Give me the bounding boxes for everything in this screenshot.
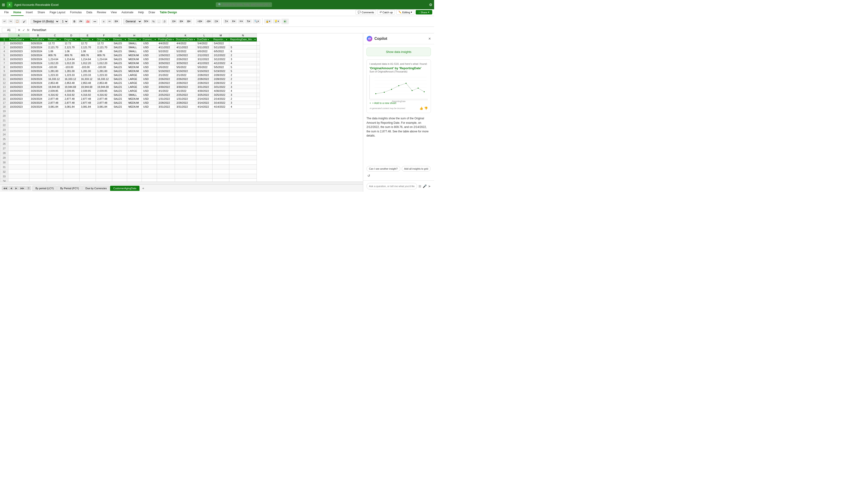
table-cell[interactable]: 2/28/2022 bbox=[196, 81, 212, 85]
table-cell[interactable] bbox=[257, 73, 260, 77]
table-cell[interactable]: 4/4/2022 bbox=[157, 41, 175, 45]
table-cell[interactable]: 3/20/2024 bbox=[29, 105, 47, 109]
table-row[interactable]: 24 bbox=[0, 132, 260, 137]
table-cell[interactable]: 3/31/2022 bbox=[196, 85, 212, 89]
header-cell-remain2[interactable]: Remain... ▾ bbox=[79, 38, 96, 41]
table-cell[interactable]: 2/28/2022 bbox=[196, 77, 212, 81]
table-cell[interactable]: SALES bbox=[112, 93, 127, 97]
table-cell[interactable]: USD bbox=[142, 85, 157, 89]
table-row[interactable]: 210/20/20233/20/202412.7212.7212.7212.72… bbox=[0, 41, 260, 45]
tab-view[interactable]: View bbox=[108, 9, 119, 16]
col-header-e[interactable]: E bbox=[79, 34, 96, 38]
table-cell[interactable] bbox=[257, 41, 260, 45]
table-cell[interactable]: 10/20/2023 bbox=[9, 101, 29, 105]
col-header-f[interactable]: F bbox=[96, 34, 112, 38]
table-cell[interactable] bbox=[257, 49, 260, 53]
header-cell-dimens2[interactable]: Dimens... ▾ bbox=[127, 38, 142, 41]
table-cell[interactable]: MEDIUM bbox=[127, 53, 142, 57]
table-cell[interactable]: 3 bbox=[229, 101, 257, 105]
sort-filter-button[interactable]: ⇅▾ bbox=[245, 19, 252, 24]
font-selector[interactable]: Segoe UI (Body) bbox=[30, 19, 59, 24]
header-cell-origina2[interactable]: Origina... ▾ bbox=[96, 38, 112, 41]
table-cell[interactable]: 12.72 bbox=[47, 41, 63, 45]
header-cell-periodstart[interactable]: PeriodStart ▾ bbox=[9, 38, 29, 41]
close-icon[interactable]: × bbox=[428, 36, 431, 41]
table-cell[interactable]: 2/14/2022 bbox=[196, 97, 212, 101]
table-cell[interactable]: 19,944.69 bbox=[79, 85, 96, 89]
table-cell[interactable]: 1,281.00 bbox=[96, 69, 112, 73]
table-cell[interactable]: 2/12/2022 bbox=[212, 53, 229, 57]
table-cell[interactable]: 10/20/2023 bbox=[9, 105, 29, 109]
header-cell-reporting[interactable]: Reportin... ▾ bbox=[212, 38, 229, 41]
table-cell[interactable]: 2,121.70 bbox=[79, 45, 96, 49]
copilot-input[interactable] bbox=[367, 183, 417, 189]
table-cell[interactable]: 2/1/2022 bbox=[157, 73, 175, 77]
table-cell[interactable]: 2,877.48 bbox=[63, 101, 79, 105]
table-cell[interactable]: 10/20/2023 bbox=[9, 93, 29, 97]
table-cell[interactable]: 10/20/2023 bbox=[9, 81, 29, 85]
table-cell[interactable]: 10/20/2023 bbox=[9, 89, 29, 93]
table-cell[interactable]: 2,877.48 bbox=[96, 101, 112, 105]
col-header-h[interactable]: H bbox=[127, 34, 142, 38]
table-row[interactable]: 1110/20/20233/20/202416,333.1216,333.121… bbox=[0, 77, 260, 81]
table-cell[interactable]: 10/20/2023 bbox=[9, 57, 29, 61]
table-cell[interactable]: 10/20/2023 bbox=[9, 73, 29, 77]
tab-review[interactable]: Review bbox=[95, 9, 108, 16]
table-cell[interactable]: 2/25/2022 bbox=[157, 93, 175, 97]
confirm-formula-icon[interactable]: ✓ bbox=[22, 28, 25, 32]
table-cell[interactable]: LARGE bbox=[127, 77, 142, 81]
table-cell[interactable]: 2,039.85 bbox=[47, 89, 63, 93]
table-cell[interactable]: 19,944.69 bbox=[63, 85, 79, 89]
col-header-n[interactable]: N bbox=[229, 34, 257, 38]
table-cell[interactable]: 809.76 bbox=[79, 53, 96, 57]
table-cell[interactable]: 3/29/2022 bbox=[175, 61, 196, 65]
table-cell[interactable] bbox=[257, 97, 260, 101]
table-cell[interactable]: 1,223.33 bbox=[47, 73, 63, 77]
table-cell[interactable]: 3/14/2022 bbox=[196, 101, 212, 105]
table-cell[interactable]: 4/30/2022 bbox=[196, 89, 212, 93]
table-cell[interactable] bbox=[257, 93, 260, 97]
format-cells-button[interactable]: ⊡▾ bbox=[213, 19, 220, 24]
table-cell[interactable]: USD bbox=[142, 93, 157, 97]
header-cell-currenc[interactable]: Currenc... ▾ bbox=[142, 38, 157, 41]
table-cell[interactable]: MEDIUM bbox=[127, 57, 142, 61]
table-cell[interactable]: USD bbox=[142, 61, 157, 65]
table-cell[interactable]: 1.06 bbox=[96, 49, 112, 53]
table-cell[interactable]: 12.72 bbox=[63, 41, 79, 45]
table-cell[interactable]: 19,944.69 bbox=[47, 85, 63, 89]
table-cell[interactable]: 10/20/2023 bbox=[9, 69, 29, 73]
table-cell[interactable]: 1,214.64 bbox=[96, 57, 112, 61]
table-cell[interactable]: 16,333.12 bbox=[96, 77, 112, 81]
table-cell[interactable]: 4 bbox=[229, 89, 257, 93]
table-cell[interactable]: USD bbox=[142, 65, 157, 69]
tab-home[interactable]: Home bbox=[11, 9, 23, 16]
table-cell[interactable]: LARGE bbox=[127, 85, 142, 89]
table-row[interactable]: 28 bbox=[0, 151, 260, 155]
table-cell[interactable]: 12.72 bbox=[79, 41, 96, 45]
table-cell[interactable]: SALES bbox=[112, 73, 127, 77]
format-painter-button[interactable]: 🖌 bbox=[21, 19, 27, 24]
sensitivity-button[interactable]: 🔒▾ bbox=[264, 19, 272, 24]
table-cell[interactable]: USD bbox=[142, 41, 157, 45]
table-cell[interactable]: 809.76 bbox=[96, 53, 112, 57]
formula-input[interactable] bbox=[31, 28, 432, 32]
table-cell[interactable]: SALES bbox=[112, 97, 127, 101]
table-cell[interactable]: 4/11/2022 bbox=[157, 45, 175, 49]
table-row[interactable]: 710/20/20233/20/20241,012.201,012.201,01… bbox=[0, 61, 260, 65]
table-icon[interactable]: ⊞ bbox=[419, 184, 421, 188]
mic-icon[interactable]: 🎤 bbox=[423, 184, 427, 188]
comments-button[interactable]: 💬 Comments bbox=[356, 10, 376, 15]
thumbs-down-icon[interactable]: 👎 bbox=[424, 106, 428, 110]
table-row[interactable]: 1210/20/20233/20/20242,853.482,853.482,8… bbox=[0, 81, 260, 85]
table-cell[interactable]: 2/25/2022 bbox=[175, 93, 196, 97]
settings-icon[interactable]: ⚙ bbox=[429, 2, 432, 7]
table-cell[interactable]: 1/29/2022 bbox=[175, 53, 196, 57]
table-cell[interactable]: 4,316.92 bbox=[63, 93, 79, 97]
table-cell[interactable]: 3 bbox=[229, 57, 257, 61]
table-cell[interactable]: 2/28/2022 bbox=[157, 81, 175, 85]
table-cell[interactable] bbox=[257, 53, 260, 57]
table-cell[interactable]: USD bbox=[142, 89, 157, 93]
table-cell[interactable]: MEDIUM bbox=[127, 97, 142, 101]
table-cell[interactable] bbox=[257, 81, 260, 85]
font-color-button[interactable]: A▾ bbox=[85, 19, 91, 24]
